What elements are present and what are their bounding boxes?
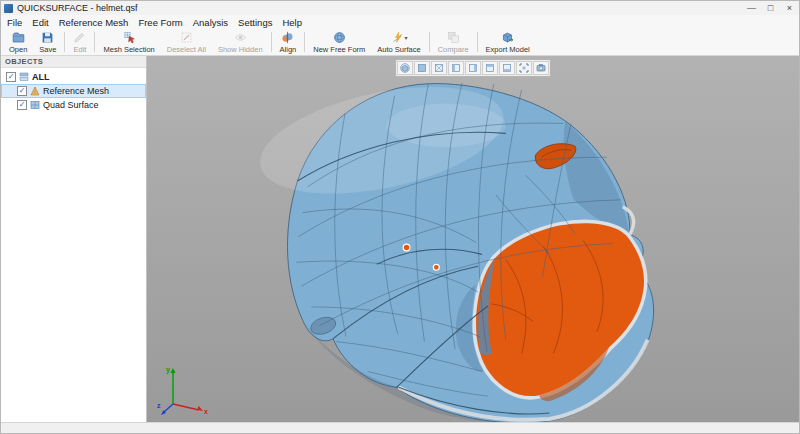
- toolbar-separator: [477, 32, 478, 52]
- view-toolbar: [395, 59, 551, 77]
- menu-bar: File Edit Reference Mesh Free Form Analy…: [1, 15, 799, 29]
- export-model-button[interactable]: Export Model: [480, 29, 536, 55]
- tree-item-label: Reference Mesh: [43, 86, 109, 96]
- compare-icon: [447, 31, 460, 44]
- menu-free-form[interactable]: Free Form: [133, 15, 187, 29]
- eye-icon: [234, 31, 247, 44]
- main-toolbar: Open Save Edit Mesh Selection Deselect A…: [1, 29, 799, 56]
- menu-file[interactable]: File: [2, 15, 27, 29]
- app-window: QUICKSURFACE - helmet.qsf — □ × File Edi…: [0, 0, 800, 434]
- tree-item-reference-mesh[interactable]: ✓ Reference Mesh: [1, 84, 146, 98]
- auto-surface-icon: [391, 31, 404, 44]
- maximize-button[interactable]: □: [761, 1, 780, 15]
- menu-analysis[interactable]: Analysis: [188, 15, 233, 29]
- reference-point[interactable]: [403, 244, 410, 251]
- reference-mesh-checkbox[interactable]: ✓: [17, 86, 27, 96]
- isometric-view-button[interactable]: [397, 61, 413, 75]
- toolbar-separator: [64, 32, 65, 52]
- objects-panel: OBJECTS ✓ ALL ✓ Reference Mesh ✓ Quad Su…: [1, 56, 147, 422]
- objects-panel-header: OBJECTS: [1, 56, 146, 68]
- menu-reference-mesh[interactable]: Reference Mesh: [54, 15, 134, 29]
- mesh-icon: [30, 86, 40, 96]
- app-icon: [4, 4, 13, 13]
- viewport-3d[interactable]: y x z: [147, 56, 799, 422]
- front-view-button[interactable]: [414, 61, 430, 75]
- show-hidden-button[interactable]: Show Hidden: [212, 29, 269, 55]
- mesh-selection-icon: [123, 31, 136, 44]
- camera-view-button[interactable]: [533, 61, 549, 75]
- status-bar: [1, 422, 799, 433]
- quad-surface-icon: [30, 100, 40, 110]
- edit-pencil-icon: [73, 31, 86, 44]
- title-bar: QUICKSURFACE - helmet.qsf — □ ×: [1, 1, 799, 15]
- bottom-view-button[interactable]: [499, 61, 515, 75]
- free-form-sphere-icon: [333, 31, 346, 44]
- all-checkbox[interactable]: ✓: [6, 72, 16, 82]
- tree-item-label: ALL: [32, 72, 50, 82]
- tree-item-quad-surface[interactable]: ✓ Quad Surface: [1, 98, 146, 112]
- new-free-form-button[interactable]: New Free Form: [307, 29, 371, 55]
- toolbar-separator: [271, 32, 272, 52]
- tree-item-label: Quad Surface: [43, 100, 99, 110]
- toolbar-separator: [304, 32, 305, 52]
- align-button[interactable]: Align: [274, 29, 303, 55]
- mesh-selection-button[interactable]: Mesh Selection: [97, 29, 160, 55]
- open-button[interactable]: Open: [3, 29, 33, 55]
- edit-button[interactable]: Edit: [67, 29, 92, 55]
- compare-button[interactable]: Compare: [432, 29, 475, 55]
- align-icon: [281, 31, 294, 44]
- layers-icon: [19, 72, 29, 82]
- save-button[interactable]: Save: [33, 29, 62, 55]
- tree-item-all[interactable]: ✓ ALL: [1, 70, 146, 84]
- open-icon: [12, 31, 25, 44]
- reference-point[interactable]: [433, 264, 439, 270]
- menu-settings[interactable]: Settings: [233, 15, 277, 29]
- left-view-button[interactable]: [448, 61, 464, 75]
- fit-view-button[interactable]: [516, 61, 532, 75]
- right-view-button[interactable]: [465, 61, 481, 75]
- deselect-all-button[interactable]: Deselect All: [161, 29, 212, 55]
- save-icon: [41, 31, 54, 44]
- axis-z-label: z: [157, 402, 161, 409]
- axis-triad: y x z: [157, 360, 211, 416]
- menu-help[interactable]: Help: [277, 15, 307, 29]
- axis-x-label: x: [204, 408, 208, 415]
- helmet-model[interactable]: [147, 56, 799, 422]
- axis-y-label: y: [166, 366, 170, 374]
- close-button[interactable]: ×: [780, 1, 799, 15]
- toolbar-separator: [94, 32, 95, 52]
- toolbar-separator: [429, 32, 430, 52]
- back-view-button[interactable]: [431, 61, 447, 75]
- auto-surface-button[interactable]: ▾ Auto Surface: [371, 29, 426, 55]
- chevron-down-icon[interactable]: ▾: [405, 34, 408, 41]
- quad-surface-checkbox[interactable]: ✓: [17, 100, 27, 110]
- menu-edit[interactable]: Edit: [27, 15, 53, 29]
- deselect-all-icon: [180, 31, 193, 44]
- top-view-button[interactable]: [482, 61, 498, 75]
- minimize-button[interactable]: —: [742, 1, 761, 15]
- objects-tree: ✓ ALL ✓ Reference Mesh ✓ Quad Surface: [1, 68, 146, 114]
- window-title: QUICKSURFACE - helmet.qsf: [17, 3, 138, 13]
- export-cube-icon: [501, 31, 514, 44]
